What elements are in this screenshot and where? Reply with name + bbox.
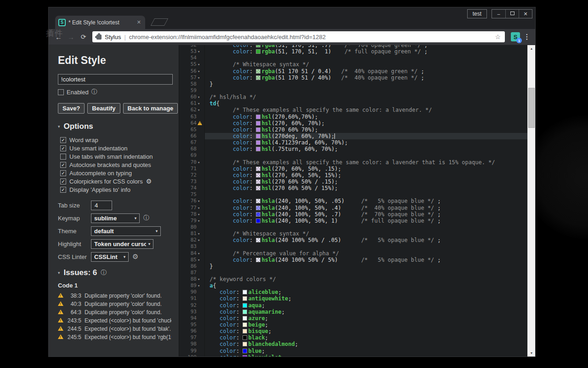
color-swatch[interactable] xyxy=(256,115,260,119)
code-line[interactable]: 91 color: antiquewhite; xyxy=(179,295,527,302)
code-line[interactable]: 99 color: blue; xyxy=(179,348,527,354)
code-line[interactable]: 77▾ color: hsla(240, 100%, 50%, .4) /* 4… xyxy=(179,205,527,211)
code-line[interactable]: 69 xyxy=(179,152,527,159)
color-swatch[interactable] xyxy=(256,140,260,145)
code-line[interactable]: 57▾ color: rgba(51 170 51 / 40%) /* 40% … xyxy=(179,75,527,81)
code-line[interactable]: 90 color: aliceblue; xyxy=(179,289,527,295)
bookmark-star-icon[interactable]: ☆ xyxy=(495,33,501,40)
editor-scrollbar[interactable]: ▲ ▼ xyxy=(527,45,535,356)
browser-tab[interactable]: S * Edit Style !colortest ✕ xyxy=(55,16,145,29)
color-swatch[interactable] xyxy=(243,316,247,321)
new-tab-button[interactable] xyxy=(151,18,169,26)
beautify-button[interactable]: Beautify xyxy=(87,103,120,114)
color-swatch[interactable] xyxy=(243,290,247,294)
color-swatch[interactable] xyxy=(256,167,260,171)
gear-icon[interactable]: ⚙ xyxy=(132,253,138,261)
code-line[interactable]: 66 color: hsl(270deg, 60%, 70%); xyxy=(179,133,527,139)
code-line[interactable]: 94 color: azure; xyxy=(179,315,527,322)
option-checkbox[interactable] xyxy=(60,154,66,160)
code-line[interactable]: 76▾ color: hsla(240, 100%, 50%, .05) /* … xyxy=(179,198,527,204)
theme-select[interactable]: default▾ xyxy=(91,226,161,236)
color-swatch[interactable] xyxy=(256,75,260,80)
code-line[interactable]: 79▾ color: hsla(240, 100%, 50%, 1) /* fu… xyxy=(179,218,527,224)
enabled-checkbox[interactable] xyxy=(58,89,64,95)
color-swatch[interactable] xyxy=(256,49,260,54)
code-line[interactable]: 74 color: hsl(270 60% 50% / 15%); xyxy=(179,185,527,191)
option-checkbox[interactable] xyxy=(60,178,66,184)
code-line[interactable]: 61▾ td{ xyxy=(179,100,527,107)
color-swatch[interactable] xyxy=(256,173,260,178)
close-button[interactable]: ✕ xyxy=(519,10,532,18)
issue-item[interactable]: 243:5Expected (<color>) but found 'chuck… xyxy=(58,316,171,325)
scroll-down-icon[interactable]: ▼ xyxy=(528,350,535,356)
code-line[interactable]: 59 xyxy=(179,87,527,94)
code-line[interactable]: 78▾ color: hsla(240, 100%, 50%, .7) /* 7… xyxy=(179,211,527,218)
color-swatch[interactable] xyxy=(256,45,260,47)
code-line[interactable]: 62▾ /* These examples all specify the sa… xyxy=(179,107,527,113)
code-line[interactable]: 72 color: hsl(270, 60%, 50%, 15%); xyxy=(179,172,527,178)
code-line[interactable]: 56▾ color: rgba(51 170 51 / 0.4) /* 40% … xyxy=(179,68,527,75)
color-swatch[interactable] xyxy=(256,258,260,262)
code-line[interactable]: 92 color: aqua; xyxy=(179,302,527,309)
code-editor[interactable]: 52 color: rgba(51, 170, 51, .7) /* 70% o… xyxy=(179,45,527,356)
option-checkbox[interactable] xyxy=(60,137,66,143)
code-line[interactable]: 75 xyxy=(179,191,527,198)
option-checkbox[interactable] xyxy=(60,187,66,193)
color-swatch[interactable] xyxy=(256,121,260,126)
code-line[interactable]: 68 color: hsl(.75turn, 60%, 70%); xyxy=(179,146,527,152)
option-checkbox[interactable] xyxy=(60,145,66,151)
highlight-select[interactable]: Token under cursor▾ xyxy=(91,239,153,249)
color-swatch[interactable] xyxy=(256,199,260,203)
color-swatch[interactable] xyxy=(256,186,260,190)
reload-button[interactable]: ⟳ xyxy=(78,33,89,40)
browser-menu-icon[interactable]: ⋮ xyxy=(523,33,531,41)
code-line[interactable]: 64 color: hsl(270, 60%, 70%); xyxy=(179,120,527,126)
code-line[interactable]: 87 xyxy=(179,270,527,276)
code-line[interactable]: 67 color: hsl(4.71239rad, 60%, 70%); xyxy=(179,139,527,146)
info-icon[interactable]: ⓘ xyxy=(143,214,149,222)
color-swatch[interactable] xyxy=(256,147,260,151)
issue-item[interactable]: 40:3Duplicate property 'color' found. xyxy=(58,300,171,308)
code-line[interactable]: 83 xyxy=(179,243,527,250)
code-line[interactable]: 73 color: hsl(270 60% 50% / .15); xyxy=(179,178,527,185)
code-line[interactable]: 89▾ a{ xyxy=(179,282,527,289)
minimize-button[interactable]: – xyxy=(492,10,505,18)
forward-button[interactable]: → xyxy=(65,33,77,41)
back-to-manage-button[interactable]: Back to manage xyxy=(123,103,178,114)
code-line[interactable]: 63 color: hsl(270,60%,70%); xyxy=(179,114,527,120)
info-icon[interactable]: ⓘ xyxy=(101,269,107,277)
color-swatch[interactable] xyxy=(256,238,260,242)
tab-size-input[interactable]: 4 xyxy=(91,201,112,210)
code-line[interactable]: 53▾ color: rgba(51, 170, 51, 1) /* full … xyxy=(179,48,527,55)
stylus-extension-icon[interactable]: S 1 xyxy=(511,32,520,41)
color-swatch[interactable] xyxy=(256,127,260,132)
issues-header[interactable]: ▾ Issues: 6 ⓘ xyxy=(58,268,171,277)
color-swatch[interactable] xyxy=(256,218,260,223)
style-name-input[interactable] xyxy=(58,74,173,85)
scroll-up-icon[interactable]: ▲ xyxy=(528,45,535,52)
options-header[interactable]: ▾ Options xyxy=(58,122,171,131)
code-line[interactable]: 58 } xyxy=(179,81,527,87)
code-line[interactable]: 85▾ color: hsla(240 100% 50% / 5%) /* 5%… xyxy=(179,257,527,263)
code-line[interactable]: 80 xyxy=(179,224,527,230)
maximize-button[interactable] xyxy=(505,10,519,18)
issue-item[interactable]: 245:5Expected (<color>) but found 'rgb(1… xyxy=(58,333,171,341)
code-line[interactable]: 71 color: hsl(270, 60%, 50%, .15); xyxy=(179,166,527,172)
code-line[interactable]: 100 color: blueviolet; xyxy=(179,354,527,356)
color-swatch[interactable] xyxy=(243,310,247,314)
code-line[interactable]: 65 color: hsl(270 60% 70%); xyxy=(179,126,527,133)
color-swatch[interactable] xyxy=(256,134,260,138)
color-swatch[interactable] xyxy=(256,206,260,210)
save-button[interactable]: Save? xyxy=(58,103,85,114)
issue-item[interactable]: 38:3Duplicate property 'color' found. xyxy=(58,292,171,300)
option-checkbox[interactable] xyxy=(60,162,66,168)
code-line[interactable]: 52 color: rgba(51, 170, 51, .7) /* 70% o… xyxy=(179,45,527,48)
code-line[interactable]: 93 color: aquamarine; xyxy=(179,309,527,315)
issue-item[interactable]: 64:3Duplicate property 'color' found. xyxy=(58,308,171,316)
issue-item[interactable]: 244:5Expected (<color>) but found 'blak'… xyxy=(58,325,171,333)
code-line[interactable]: 70▾ /* These examples all specify the sa… xyxy=(179,159,527,166)
code-line[interactable]: 96 color: bisque; xyxy=(179,328,527,334)
color-swatch[interactable] xyxy=(243,335,247,340)
code-line[interactable]: 54 xyxy=(179,55,527,61)
color-swatch[interactable] xyxy=(243,303,247,308)
